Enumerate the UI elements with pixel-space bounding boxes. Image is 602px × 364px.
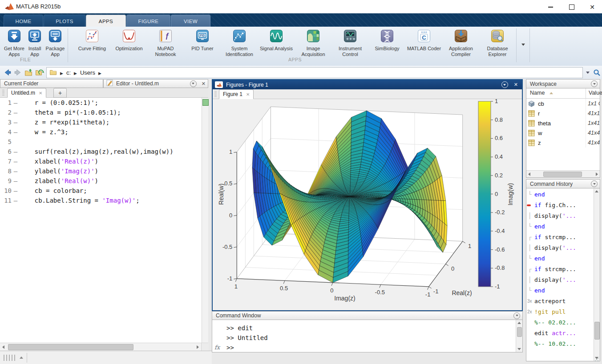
app-image-acquisition[interactable]: ImageAcquisition <box>295 29 331 57</box>
editor-code-area[interactable]: 1– r = (0:0.025:1)';2– theta = pi*(-1:0.… <box>0 98 202 343</box>
app-optimization[interactable]: Optimization <box>111 29 147 52</box>
minimize-button[interactable] <box>544 4 557 11</box>
editor-line[interactable]: 2– theta = pi*(-1:0.05:1); <box>0 108 202 117</box>
tab-view[interactable]: VIEW <box>171 15 210 27</box>
address-search-icon[interactable] <box>592 68 602 77</box>
editor-vertical-scrollbar[interactable] <box>202 98 208 343</box>
editor-line[interactable]: 11– cb.Label.String = 'Imag(w)'; <box>0 196 202 205</box>
scrollbar-thumb[interactable] <box>517 327 522 337</box>
history-entry[interactable]: ┌if strcmp... <box>526 232 594 243</box>
app-application-compiler[interactable]: ApplicationCompiler <box>443 29 479 57</box>
command-window-body[interactable]: >>>> edit>> Untitled>> fx <box>212 320 522 352</box>
breadcrumb-dropdown-button[interactable] <box>583 68 593 77</box>
history-entry[interactable]: └end <box>526 221 594 232</box>
surface-plot[interactable]: 10.50-0.5-1-10110.50-0.5-1Imag(z)Real(z)… <box>213 99 522 310</box>
tab-plots[interactable]: PLOTS <box>44 15 85 27</box>
browse-folder-button[interactable] <box>35 68 44 77</box>
drag-gripper[interactable] <box>214 91 217 97</box>
tab-untitled-m[interactable]: Untitled.m ✕ <box>7 88 46 98</box>
new-tab-button[interactable]: + <box>53 88 67 98</box>
workspace-row-theta[interactable]: theta 1x41 d <box>526 118 600 128</box>
app-system-identification[interactable]: SystemIdentification <box>221 29 258 57</box>
code-analyzer-indicator[interactable] <box>202 99 209 106</box>
app-mupad-notebook[interactable]: f MuPADNotebook <box>147 29 184 57</box>
editor-menu-icon[interactable] <box>190 80 197 87</box>
history-entry[interactable]: └end <box>526 189 594 200</box>
breadcrumb[interactable]: ▶c:▶Users▶ <box>46 67 583 78</box>
grip-icon[interactable] <box>4 355 15 361</box>
command-history-header[interactable]: Command History <box>526 180 600 188</box>
tab-figure[interactable]: FIGURE <box>126 15 170 27</box>
scroll-up-icon[interactable] <box>595 190 598 192</box>
console-line[interactable]: >> edit <box>212 323 522 333</box>
history-entry[interactable]: %-- 02.02... <box>526 317 594 328</box>
up-folder-button[interactable] <box>24 68 34 77</box>
workspace-menu-icon[interactable] <box>591 80 598 87</box>
app-signal-analysis[interactable]: Signal Analysis <box>258 29 295 52</box>
scrollbar-thumb[interactable] <box>594 322 600 340</box>
scroll-right-icon[interactable] <box>596 172 598 176</box>
figures-title-bar[interactable]: Figures - Figure 1 ✕ <box>213 80 522 89</box>
scroll-left-icon[interactable] <box>2 345 4 349</box>
package-app-button[interactable]: PackageApp <box>45 29 65 57</box>
breadcrumb-item[interactable]: Users <box>80 69 95 76</box>
history-entry[interactable]: └end <box>526 253 594 264</box>
app-curve-fitting[interactable]: Curve Fitting <box>74 29 110 52</box>
command-history-scrollbar[interactable] <box>594 188 600 361</box>
command-history-menu-icon[interactable] <box>591 180 598 187</box>
history-entry[interactable]: │display('... <box>526 243 594 253</box>
figures-close-icon[interactable]: ✕ <box>512 82 520 88</box>
workspace-row-z[interactable]: z 41x41 <box>526 138 600 148</box>
maximize-button[interactable] <box>565 4 578 11</box>
editor-line[interactable]: 5 <box>0 137 202 147</box>
command-window-menu-icon[interactable] <box>513 312 520 319</box>
expand-icon[interactable] <box>20 356 23 359</box>
fx-icon[interactable]: fx <box>214 344 220 351</box>
history-entry[interactable]: if fig.Ch... <box>526 200 594 211</box>
forward-button[interactable] <box>12 68 22 77</box>
editor-line[interactable]: 8– ylabel('Imag(z)') <box>0 166 202 176</box>
scroll-up-icon[interactable] <box>517 322 521 324</box>
workspace-row-w[interactable]: w 41x41 <box>526 128 600 138</box>
tab-close-icon[interactable]: ✕ <box>39 91 42 96</box>
console-line[interactable]: >> <box>212 343 522 352</box>
app-matlab-coder[interactable]: +++C MATLAB Coder <box>406 29 442 52</box>
editor-line[interactable]: 7– xlabel('Real(z)') <box>0 156 202 166</box>
drag-gripper[interactable] <box>2 90 4 96</box>
workspace-row-cb[interactable]: cb 1x1 Co <box>526 99 600 108</box>
apps-gallery-dropdown-button[interactable] <box>519 40 528 49</box>
install-app-button[interactable]: InstallApp <box>24 29 45 57</box>
command-window-header[interactable]: Command Window <box>212 312 522 320</box>
editor-horizontal-scrollbar[interactable] <box>0 343 208 351</box>
close-button[interactable]: ✕ <box>586 4 599 11</box>
scroll-left-icon[interactable] <box>528 172 530 176</box>
editor-line[interactable]: 1– r = (0:0.025:1)'; <box>0 98 202 108</box>
scrollbar-thumb[interactable] <box>8 344 133 350</box>
scroll-down-icon[interactable] <box>517 348 521 350</box>
editor-line[interactable]: 6– surf(real(z),imag(z),real(w),imag(w)) <box>0 147 202 156</box>
command-history-body[interactable]: └endif fig.Ch...│display('...└end┌if str… <box>526 188 600 361</box>
history-entry[interactable]: %-- 10.02... <box>526 339 594 349</box>
history-entry[interactable]: ┌if strcmp... <box>526 264 594 275</box>
column-divider[interactable] <box>586 88 586 98</box>
scrollbar-thumb[interactable] <box>543 172 582 177</box>
history-entry[interactable]: 3xactreport <box>526 296 594 307</box>
workspace-row-r[interactable]: r 41x1 d <box>526 108 600 118</box>
breadcrumb-item[interactable]: c: <box>66 69 71 76</box>
get-more-apps-button[interactable]: Get MoreApps <box>4 29 24 57</box>
history-entry[interactable]: │display('... <box>526 275 594 285</box>
editor-line[interactable]: 4– w = z.^3; <box>0 127 202 137</box>
back-button[interactable] <box>3 68 12 77</box>
figures-menu-icon[interactable] <box>501 81 508 88</box>
history-entry[interactable]: └end <box>526 285 594 296</box>
editor-close-icon[interactable]: ✕ <box>199 81 208 87</box>
tab-close-icon[interactable]: ✕ <box>246 92 250 97</box>
workspace-header[interactable]: Workspace <box>526 80 600 88</box>
tab-figure-1[interactable]: Figure 1 ✕ <box>219 89 254 99</box>
console-line[interactable]: >> Untitled <box>212 333 522 343</box>
command-window-scrollbar[interactable] <box>516 320 522 352</box>
workspace-column-header[interactable]: Name Value <box>526 88 600 99</box>
resize-grip-icon[interactable] <box>594 356 599 360</box>
scroll-right-icon[interactable] <box>197 345 199 349</box>
tab-apps[interactable]: APPS <box>86 15 126 27</box>
